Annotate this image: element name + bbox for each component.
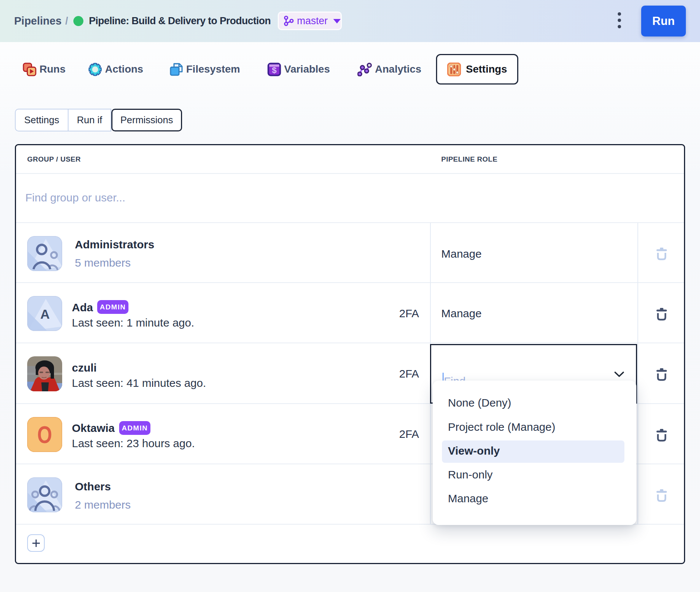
svg-text:$: $	[272, 65, 277, 74]
svg-text:A: A	[40, 307, 50, 321]
svg-text:O: O	[37, 422, 52, 448]
